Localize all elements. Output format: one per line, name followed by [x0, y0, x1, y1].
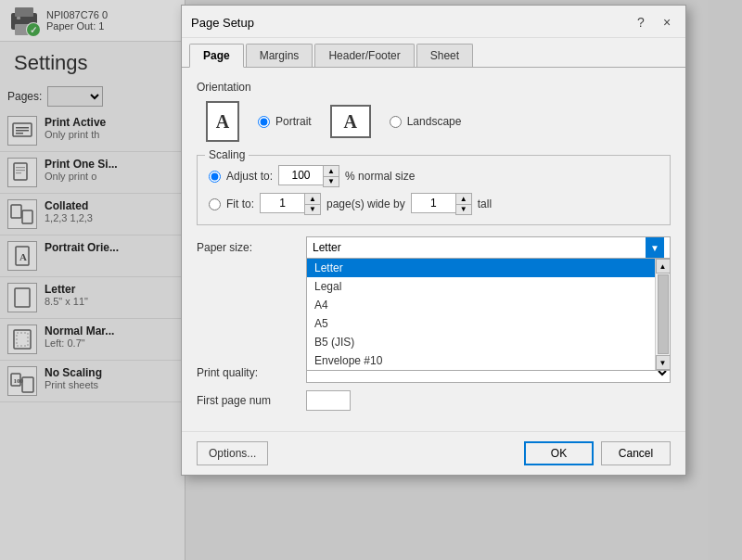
adjust-to-down[interactable]: ▼: [324, 176, 339, 186]
adjust-to-spinner: ▲ ▼: [278, 165, 339, 187]
paper-option-a5[interactable]: A5: [307, 314, 655, 333]
landscape-radio-text: Landscape: [407, 115, 462, 128]
ok-button[interactable]: OK: [524, 441, 594, 465]
help-button[interactable]: ?: [632, 13, 650, 32]
first-page-num-input[interactable]: [306, 390, 351, 411]
fit-to-wide-suffix: page(s) wide by: [326, 197, 405, 210]
cancel-button[interactable]: Cancel: [601, 441, 671, 465]
portrait-letter-box: A: [206, 101, 239, 142]
dialog-footer: Options... OK Cancel: [182, 431, 685, 475]
scroll-down-btn[interactable]: ▼: [656, 355, 671, 370]
fit-to-wide-spinner: ▲ ▼: [260, 193, 321, 215]
dialog-titlebar: Page Setup ? ×: [182, 6, 685, 38]
tab-margins[interactable]: Margins: [246, 44, 313, 67]
paper-option-env10[interactable]: Envelope #10: [307, 351, 655, 370]
tab-bar: Page Margins Header/Footer Sheet: [182, 38, 685, 68]
scroll-up-btn[interactable]: ▲: [656, 259, 671, 274]
fit-to-tall-input[interactable]: [411, 193, 455, 213]
first-page-num-row: First page num: [197, 390, 671, 411]
adjust-to-label: Adjust to:: [226, 170, 273, 183]
fit-tall-spinners: ▲ ▼: [455, 193, 472, 215]
fit-to-label: Fit to:: [226, 197, 254, 210]
titlebar-controls: ? ×: [632, 13, 676, 32]
dialog-content: Orientation A Portrait A Landscape Scali…: [182, 68, 685, 431]
first-page-num-label: First page num: [197, 394, 299, 407]
paper-size-arrow[interactable]: ▼: [646, 237, 664, 258]
landscape-letter-box: A: [330, 105, 371, 138]
paper-option-legal[interactable]: Legal: [307, 277, 655, 296]
orientation-label: Orientation: [197, 81, 671, 94]
paper-size-value: Letter: [313, 241, 341, 254]
paper-size-display[interactable]: Letter ▼: [306, 236, 671, 259]
fit-to-radio[interactable]: [209, 198, 221, 210]
adjust-to-input[interactable]: [278, 165, 323, 185]
adjust-to-row: Adjust to: ▲ ▼ % normal size: [209, 165, 659, 187]
tab-header-footer[interactable]: Header/Footer: [314, 44, 414, 67]
landscape-option[interactable]: A: [330, 105, 371, 138]
paper-option-b5[interactable]: B5 (JIS): [307, 333, 655, 351]
orientation-row: A Portrait A Landscape: [197, 101, 671, 142]
paper-option-a4[interactable]: A4: [307, 296, 655, 314]
fit-wide-up[interactable]: ▲: [305, 194, 320, 204]
portrait-radio[interactable]: [258, 116, 270, 128]
paper-option-letter[interactable]: Letter: [307, 259, 655, 277]
fit-tall-up[interactable]: ▲: [456, 194, 471, 204]
dropdown-scrollbar: ▲ ▼: [655, 259, 670, 370]
fit-to-tall-spinner: ▲ ▼: [411, 193, 472, 215]
adjust-to-spinners: ▲ ▼: [323, 165, 339, 187]
tab-sheet[interactable]: Sheet: [416, 44, 473, 67]
fit-to-row: Fit to: ▲ ▼ page(s) wide by ▲ ▼: [209, 193, 659, 215]
scaling-section: Scaling Adjust to: ▲ ▼ % normal size: [197, 155, 671, 225]
fit-tall-down[interactable]: ▼: [456, 204, 471, 214]
portrait-option[interactable]: A: [206, 101, 239, 142]
adjust-to-up[interactable]: ▲: [324, 166, 339, 176]
paper-size-wrapper: Letter ▼ Letter Legal A4 A5 B5 (JIS) Env…: [306, 236, 671, 259]
fit-wide-down[interactable]: ▼: [305, 204, 320, 214]
options-button[interactable]: Options...: [197, 441, 268, 465]
close-button[interactable]: ×: [658, 13, 676, 32]
landscape-radio[interactable]: [390, 116, 402, 128]
paper-size-row: Paper size: Letter ▼ Letter Legal A4 A5 …: [197, 236, 671, 259]
scaling-legend: Scaling: [205, 148, 249, 161]
fit-wide-spinners: ▲ ▼: [304, 193, 321, 215]
tab-page[interactable]: Page: [189, 44, 244, 68]
portrait-radio-text: Portrait: [275, 115, 312, 128]
adjust-to-suffix: % normal size: [345, 170, 415, 183]
paper-size-dropdown: Letter Legal A4 A5 B5 (JIS) Envelope #10…: [306, 259, 671, 371]
fit-to-option[interactable]: Fit to:: [209, 197, 254, 210]
adjust-to-option[interactable]: Adjust to:: [209, 170, 273, 183]
landscape-radio-label[interactable]: Landscape: [390, 115, 462, 128]
page-setup-dialog: Page Setup ? × Page Margins Header/Foote…: [181, 5, 686, 476]
dialog-title: Page Setup: [191, 16, 254, 30]
print-quality-label: Print quality:: [197, 366, 299, 379]
portrait-radio-label[interactable]: Portrait: [258, 115, 312, 128]
scroll-thumb: [658, 274, 669, 354]
fit-to-tall-suffix: tall: [478, 197, 492, 210]
adjust-to-radio[interactable]: [209, 171, 221, 183]
fit-to-wide-input[interactable]: [260, 193, 304, 213]
paper-size-label: Paper size:: [197, 241, 299, 254]
